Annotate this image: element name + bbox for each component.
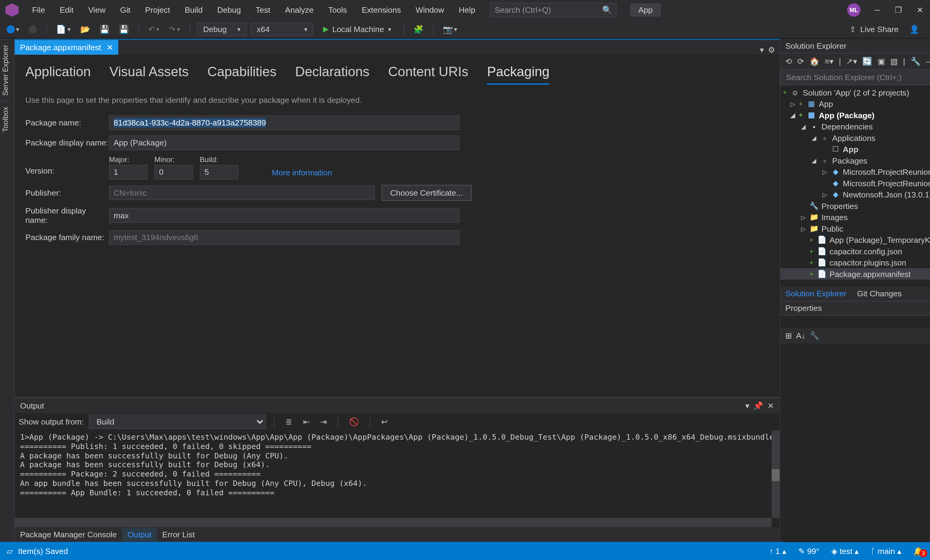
menu-test[interactable]: Test [249,3,277,18]
se-showall-icon[interactable]: ▧ [890,57,898,66]
save-all-button[interactable]: 💾 [116,23,132,35]
undo-button[interactable]: ↶▾ [146,23,162,35]
label-major: Major: [109,155,148,163]
output-tool-3[interactable]: ⇥ [317,416,330,428]
back-button[interactable]: ▾ [4,24,22,34]
search-icon: 🔍 [602,5,612,15]
input-minor[interactable] [154,165,193,180]
se-tab-solution-explorer[interactable]: Solution Explorer [780,287,852,300]
output-toggle-wrap[interactable]: ↩ [379,416,391,428]
se-home-icon[interactable]: 🏠 [810,57,819,66]
new-item-button[interactable]: 📄▾ [54,23,74,35]
app-selector-chip[interactable]: App [630,3,661,17]
editor-tab-manifest[interactable]: Package.appxmanifest ✕ [15,40,119,55]
menu-edit[interactable]: Edit [53,3,80,18]
menu-build[interactable]: Build [178,3,209,18]
platform-dropdown[interactable]: x64▾ [251,22,313,36]
status-repo[interactable]: ◈ test ▴ [831,546,859,556]
toolbar-extra-1[interactable]: 🧩 [411,23,426,35]
user-avatar[interactable]: ML [847,3,861,17]
status-push[interactable]: ↑ 1 ▴ [769,546,786,556]
manifest-description: Use this page to set the properties that… [25,95,768,105]
menu-tools[interactable]: Tools [322,3,354,18]
redo-button[interactable]: ↷▾ [166,23,183,35]
save-button[interactable]: 💾 [97,23,112,35]
menu-view[interactable]: View [82,3,112,18]
mtab-declarations[interactable]: Declarations [295,64,370,85]
props-categorized-icon[interactable]: ⊞ [785,331,792,341]
run-button[interactable]: ▶Local Machine▾ [317,23,397,35]
se-switch-views-icon[interactable]: ≡▾ [825,57,834,66]
se-refresh-icon[interactable]: 🔄 [862,57,872,66]
se-fwd-icon[interactable]: ⟳ [798,57,804,66]
menu-project[interactable]: Project [139,3,177,18]
solution-tree[interactable]: +⛭Solution 'App' (2 of 2 projects) ▷+▦Ap… [780,85,930,286]
more-information-link[interactable]: More information [272,168,332,180]
search-box[interactable]: Search (Ctrl+Q) 🔍 [490,3,617,18]
status-pencil[interactable]: ✎ 99° [798,546,819,556]
output-tool-1[interactable]: ≣ [283,416,295,428]
search-placeholder: Search (Ctrl+Q) [495,5,551,15]
menu-extensions[interactable]: Extensions [355,3,408,18]
rail-toolbox[interactable]: Toolbox [0,101,11,138]
open-button[interactable]: 📂 [77,23,93,35]
se-sync-icon[interactable]: ↗▾ [846,57,857,66]
properties-title: Properties [785,304,822,313]
input-package-display-name[interactable]: App (Package) [109,135,460,150]
output-vscroll-thumb[interactable] [771,469,779,481]
mtab-packaging[interactable]: Packaging [487,64,550,85]
vs-logo-icon [5,3,19,17]
output-hscrollbar[interactable] [15,518,771,527]
live-share-button[interactable]: ⇪ Live Share 👤 [843,25,926,34]
window-close[interactable]: ✕ [915,5,925,15]
menu-debug[interactable]: Debug [211,3,248,18]
menu-file[interactable]: File [25,3,52,18]
tab-dropdown-icon[interactable]: ▾ [760,45,764,55]
close-tab-icon[interactable]: ✕ [106,43,113,52]
label-build: Build: [200,155,239,163]
csproj-icon: ▦ [807,99,816,109]
mtab-content-uris[interactable]: Content URIs [388,64,468,85]
menu-window[interactable]: Window [409,3,451,18]
input-build[interactable] [200,165,239,180]
panel-dropdown-icon[interactable]: ▾ [745,401,749,410]
forward-button[interactable] [26,24,39,34]
status-branch[interactable]: ᚴ main ▴ [871,546,901,556]
show-output-from-select[interactable]: Build [89,414,266,429]
window-restore[interactable]: ❐ [894,5,903,15]
panel-pin-icon[interactable]: 📌 [753,401,763,410]
se-properties-icon[interactable]: 🔧 [911,57,921,66]
panel-close-icon[interactable]: ✕ [767,401,774,410]
toolbar-extra-2[interactable]: 📷▾ [440,23,460,35]
input-publisher-display-name[interactable]: max [109,208,460,223]
status-notifications[interactable]: 🔔3 [913,546,923,556]
menu-help[interactable]: Help [452,3,482,18]
app-icon: ☐ [831,144,840,154]
config-dropdown[interactable]: Debug▾ [197,22,247,36]
tab-settings-icon[interactable]: ⚙ [768,45,775,55]
output-panel: Output ▾ 📌 ✕ Show output from: Build ≣ ⇤… [15,397,779,527]
se-collapse-icon[interactable]: ▣ [878,57,885,66]
output-clear-button[interactable]: 🚫 [346,416,362,428]
menu-git[interactable]: Git [114,3,137,18]
se-back-icon[interactable]: ⟲ [785,57,792,66]
choose-certificate-button[interactable]: Choose Certificate... [382,185,471,201]
se-search-box[interactable]: Search Solution Explorer (Ctrl+;) 🔍▾ [780,69,930,86]
output-tool-2[interactable]: ⇤ [300,416,313,428]
se-preview-icon[interactable]: — [926,57,930,66]
props-alpha-icon[interactable]: A↓ [796,331,805,341]
input-package-name[interactable]: 81d38ca1-933c-4d2a-8870-a913a2758389 [109,115,460,130]
menu-analyze[interactable]: Analyze [278,3,320,18]
props-wrench-icon[interactable]: 🔧 [810,331,819,341]
se-tab-git-changes[interactable]: Git Changes [852,287,907,300]
json-icon: 📄 [818,246,827,256]
tab-pmc[interactable]: Package Manager Console [15,528,122,541]
tab-error-list[interactable]: Error List [157,528,200,541]
window-minimize[interactable]: ─ [873,5,882,15]
mtab-capabilities[interactable]: Capabilities [207,64,276,85]
mtab-visual-assets[interactable]: Visual Assets [109,64,189,85]
tab-output[interactable]: Output [122,528,157,541]
input-major[interactable] [109,165,148,180]
rail-server-explorer[interactable]: Server Explorer [0,39,11,101]
mtab-application[interactable]: Application [25,64,91,85]
